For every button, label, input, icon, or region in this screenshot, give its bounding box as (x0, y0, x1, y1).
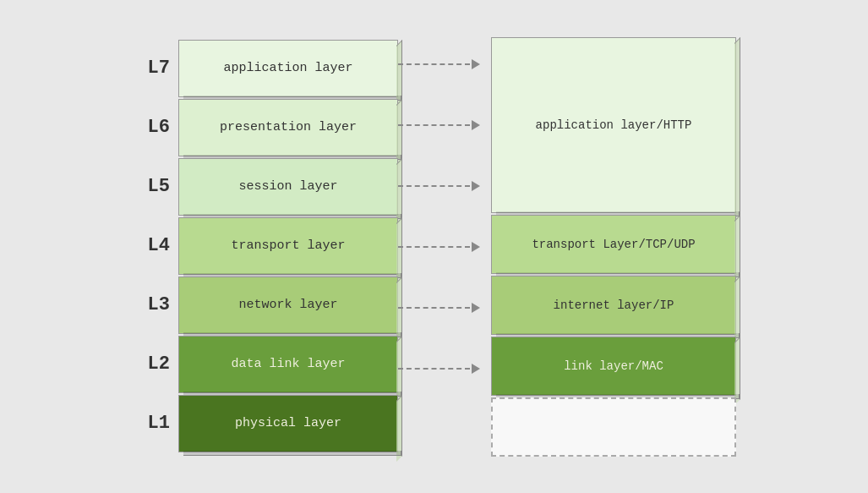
layer-box-l4: transport layer (178, 217, 398, 275)
network-diagram: L7 application layer L6 presentation lay… (132, 35, 736, 459)
dashed-line-l2 (398, 368, 470, 370)
layer-box-l3: network layer (178, 277, 398, 334)
layer-row-l7: L7 application layer (132, 40, 398, 97)
arrow-l2 (398, 339, 491, 398)
osi-stack: L7 application layer L6 presentation lay… (132, 40, 398, 454)
layer-label-l5: L5 (132, 176, 170, 197)
arrow-l4 (398, 217, 491, 277)
tcpip-link-label: link layer/MAC (564, 359, 663, 373)
arrow-l3 (398, 278, 491, 337)
tcpip-app-label: application layer/HTTP (536, 118, 692, 132)
tcpip-empty-block (491, 397, 736, 457)
layer-row-l2: L2 data link layer (132, 336, 398, 393)
arrowhead-l2 (472, 364, 480, 374)
layer-box-l2: data link layer (178, 336, 398, 393)
tcpip-transport-block: transport Layer/TCP/UDP (491, 215, 736, 274)
tcpip-internet-label: internet layer/IP (554, 299, 674, 312)
dashed-line-l5 (398, 185, 470, 187)
dashed-line-l4 (398, 246, 470, 248)
tcpip-link-block: link layer/MAC (491, 337, 736, 396)
arrowhead-l3 (472, 303, 480, 313)
layer-box-l7: application layer (178, 40, 398, 97)
arrowhead-l6 (472, 120, 480, 130)
arrow-l5 (398, 156, 491, 216)
layer-row-l3: L3 network layer (132, 277, 398, 334)
layer-row-l1: L1 physical layer (132, 395, 398, 452)
layer-row-l4: L4 transport layer (132, 217, 398, 275)
layer-name-l2: data link layer (231, 357, 345, 371)
layer-box-l6: presentation layer (178, 99, 398, 156)
layer-label-l7: L7 (132, 58, 170, 79)
arrow-l6 (398, 96, 491, 155)
layer-name-l1: physical layer (235, 416, 341, 430)
layer-label-l6: L6 (132, 117, 170, 138)
arrowhead-l4 (472, 242, 480, 252)
tcpip-app-block: application layer/HTTP (491, 37, 736, 213)
arrowhead-l7 (472, 59, 480, 69)
layer-name-l5: session layer (238, 179, 337, 194)
layer-name-l4: transport layer (231, 238, 345, 253)
arrow-l7 (398, 35, 491, 94)
tcpip-transport-label: transport Layer/TCP/UDP (532, 238, 695, 251)
layer-label-l1: L1 (132, 413, 170, 434)
no-arrow-l1 (398, 400, 491, 459)
layer-row-l5: L5 session layer (132, 158, 398, 216)
tcpip-stack: application layer/HTTP transport Layer/T… (491, 37, 736, 457)
layer-name-l7: application layer (223, 61, 352, 75)
dashed-line-l7 (398, 63, 470, 65)
dashed-line-l6 (398, 124, 470, 126)
layer-name-l6: presentation layer (220, 120, 357, 134)
tcpip-internet-block: internet layer/IP (491, 276, 736, 335)
layer-label-l3: L3 (132, 294, 170, 315)
layer-label-l4: L4 (132, 235, 170, 256)
dashed-line-l3 (398, 307, 470, 309)
layer-label-l2: L2 (132, 353, 170, 375)
layer-box-l5: session layer (178, 158, 398, 216)
layer-row-l6: L6 presentation layer (132, 99, 398, 156)
layer-box-l1: physical layer (178, 395, 398, 452)
arrowhead-l5 (472, 181, 480, 191)
arrows-column (398, 35, 491, 459)
layer-name-l3: network layer (238, 298, 337, 312)
